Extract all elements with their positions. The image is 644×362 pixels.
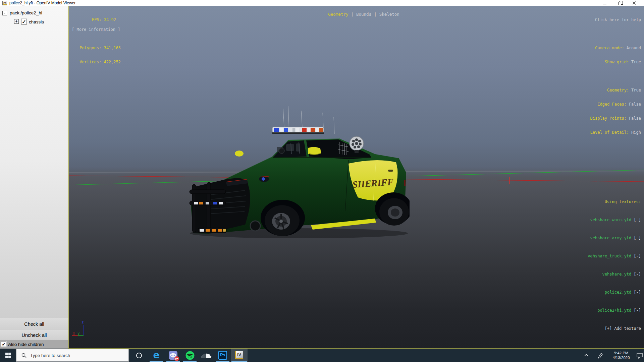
tree-expand-toggle-chassis[interactable]: + — [14, 19, 19, 24]
also-hide-children-checkbox[interactable]: ✓ — [1, 342, 6, 347]
tab-separator: | — [351, 12, 354, 17]
window-title: police2_hi.yft - OpenIV Model Viewer — [9, 0, 75, 6]
front-wheel — [261, 200, 305, 236]
view-mode-tabs: Geometry|Bounds|Skeleton — [312, 7, 401, 21]
edge-button[interactable]: e — [148, 349, 164, 362]
restore-icon — [618, 2, 621, 5]
setting-camera-mode[interactable]: Camera mode:Around — [590, 46, 641, 50]
windows-taskbar: e 9+ — [0, 349, 644, 362]
taskbar-clock[interactable]: 9:42 PM 4/13/2020 — [608, 349, 635, 362]
cortana-button[interactable] — [131, 349, 147, 362]
close-icon — [632, 1, 636, 5]
tab-bounds[interactable]: Bounds — [356, 12, 371, 17]
start-button[interactable] — [0, 349, 16, 362]
viewer-settings: Click here for help Camera mode:Around S… — [590, 8, 641, 144]
openiv-icon: IV — [235, 351, 244, 360]
texture-add-row[interactable]: [-] — [634, 308, 641, 313]
more-information-link[interactable]: [ More information ] — [72, 27, 120, 32]
axis-gizmo: x y z — [72, 319, 88, 338]
clock-date: 4/13/2020 — [608, 355, 635, 360]
cortana-icon — [136, 353, 142, 358]
search-input[interactable] — [30, 353, 121, 358]
lower-marker-lights — [200, 229, 226, 232]
setting-display-points[interactable]: Display Points:False — [590, 116, 641, 121]
soundcloud-button[interactable] — [199, 349, 215, 362]
help-link[interactable]: Click here for help — [590, 17, 641, 22]
tree-item-chassis[interactable]: chassis — [29, 19, 44, 24]
discord-notification-badge: 9+ — [174, 356, 179, 361]
chassis-checkbox[interactable]: ✓ — [21, 19, 27, 24]
windows-ink-button[interactable] — [596, 349, 604, 362]
texture-name: vehshare_worn.ytd — [590, 218, 631, 222]
texture-name: police2.ytd — [605, 290, 631, 295]
setting-show-grid[interactable]: Show grid:True — [590, 60, 641, 64]
setting-level-of-detail[interactable]: Level of Detail:High — [590, 130, 641, 135]
texture-name: vehshare.ytd — [602, 272, 632, 277]
texture-row: vehshare_worn.ytd[-] — [588, 217, 641, 223]
texture-row: police2.ytd[-] — [588, 289, 641, 295]
rear-wheel — [375, 192, 410, 226]
fps-counter: FPS: 34.92 — [69, 17, 121, 22]
texture-row: vehshare_army.ytd[-] — [588, 235, 641, 241]
tab-skeleton[interactable]: Skeleton — [379, 12, 399, 17]
also-hide-children-label[interactable]: Also hide children — [8, 342, 44, 347]
minimize-icon — [603, 4, 606, 4]
chevron-up-icon — [584, 353, 589, 358]
polygon-count: Polygons: 341,165 — [69, 46, 121, 50]
texture-remove-button[interactable]: [-] — [634, 290, 641, 295]
texture-row: vehshare.ytd[-] — [588, 271, 641, 277]
tray-chevron-button[interactable] — [582, 349, 590, 362]
check-all-button[interactable]: Check all — [0, 318, 68, 330]
discord-button[interactable]: 9+ — [165, 349, 181, 362]
clock-time: 9:42 PM — [608, 351, 635, 355]
texture-list: Using textures: vehshare_worn.ytd[-] veh… — [588, 187, 641, 344]
soundcloud-icon — [202, 352, 212, 359]
uncheck-all-button[interactable]: Uncheck all — [0, 330, 68, 340]
texture-remove-button[interactable]: [-] — [634, 236, 641, 240]
fog-lamp — [250, 221, 260, 231]
axis-y-label: y — [77, 331, 80, 336]
minimize-button[interactable] — [599, 0, 610, 6]
photoshop-button[interactable]: Ps — [215, 349, 231, 362]
restore-button[interactable] — [614, 0, 625, 6]
axis-z-label: z — [82, 320, 84, 324]
windows-logo-icon — [5, 353, 11, 358]
texture-name: police2+hi.ytd — [597, 308, 631, 313]
model-viewport[interactable]: SHERIFF — [68, 6, 644, 349]
texture-remove-button[interactable]: [-] — [634, 218, 641, 222]
model-tree-panel: - pack:/police2_hi + ✓ chassis Check all… — [0, 6, 68, 349]
openiv-taskbar-button[interactable]: IV — [231, 349, 248, 362]
search-icon — [21, 353, 27, 358]
spotify-button[interactable] — [182, 349, 198, 362]
also-hide-children-row: ✓ Also hide children — [0, 340, 68, 349]
front-fascia — [192, 178, 250, 233]
texture-row: police2+hi.ytd[-] — [588, 307, 641, 313]
photoshop-icon: Ps — [218, 351, 227, 360]
spotify-icon — [185, 351, 195, 360]
vertex-count: Vertices: 422,252 — [69, 60, 121, 64]
texture-remove-button[interactable]: [-] — [634, 254, 641, 258]
texture-name: vehshare_truck.ytd — [588, 254, 631, 258]
texture-remove-button[interactable]: [-] — [634, 272, 641, 277]
pen-icon — [596, 352, 604, 359]
texture-row: vehshare_truck.ytd[-] — [588, 253, 641, 259]
tab-geometry[interactable]: Geometry — [328, 12, 348, 17]
texture-list-header: Using textures: — [588, 199, 641, 205]
action-center-button[interactable] — [635, 349, 644, 362]
add-texture-button[interactable]: [+] Add texture — [588, 325, 641, 331]
texture-name: vehshare_army.ytd — [590, 236, 631, 240]
vehicle-model: SHERIFF — [188, 101, 410, 241]
setting-geometry[interactable]: Geometry:True — [590, 88, 641, 93]
tree-item-pack[interactable]: pack:/police2_hi — [10, 10, 42, 15]
axis-x-label: x — [73, 331, 75, 336]
title-bar: IV police2_hi.yft - OpenIV Model Viewer — [0, 0, 644, 6]
edge-icon: e — [151, 350, 161, 360]
spotlight — [279, 148, 284, 154]
close-button[interactable] — [629, 0, 639, 6]
left-mirror — [235, 150, 244, 157]
setting-edged-faces[interactable]: Edged Faces:False — [590, 102, 641, 107]
taskbar-search[interactable] — [16, 349, 129, 362]
door-handle — [388, 170, 393, 172]
tree-collapse-toggle[interactable]: - — [2, 11, 7, 15]
action-center-icon — [636, 352, 643, 359]
